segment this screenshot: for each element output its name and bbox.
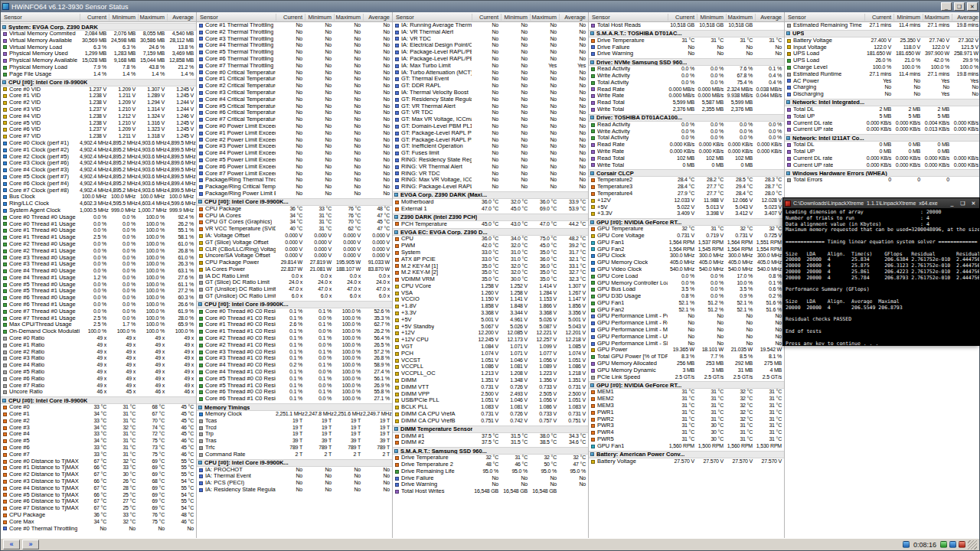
sensor-row[interactable]: DIMM VPP2.500 V2.493 V2.505 V2.500 V	[393, 391, 588, 398]
sensor-row[interactable]: VCCPLL_OC1.213 V1.208 V1.223 V1.218 V	[393, 370, 588, 377]
sensor-row[interactable]: Core #0 VID1.237 V1.209 V1.307 V1.245 V	[1, 86, 196, 93]
sensor-row[interactable]: IA DC Ratio Limit0.0 x0.0 x0.0 x0.0 x	[197, 273, 392, 280]
sensor-row[interactable]: GT: DDR RAPLNoNoNoNo	[393, 83, 588, 90]
sensor-row[interactable]: Core #3 Thread #0 C0 Residency0.1 %0.1 %…	[197, 349, 392, 356]
sensor-row[interactable]: Current UP rate0.000 KB/s0.000 KB/s0.000…	[785, 162, 979, 169]
console-titlebar[interactable]: C:\Downloads\LinpackXtreme_1.1.1\Linpack…	[783, 198, 979, 208]
sensor-row[interactable]: RING: Package-Level RAPL PL1NoNoNoNo	[393, 184, 588, 191]
sensor-row[interactable]: GPU Bus Load3.5 %0.0 %3.5 %0.6 %	[589, 286, 784, 293]
section-header[interactable]: Network: Intel I211AT Co...	[785, 134, 979, 142]
sensor-row[interactable]: Core #2 Thermal ThrottlingNoNoNoNo	[197, 29, 392, 36]
sensor-row[interactable]: Ring/LLC Clock4,602.3 MHz4,595.5 MHz4,60…	[1, 201, 196, 207]
sensor-row[interactable]: IA: Voltage Offset0.000 V0.000 V0.000 V0…	[197, 233, 392, 240]
sensor-row[interactable]: Total Activity0.0 %0.0 %75.4 %0.4 %	[589, 80, 784, 86]
sensor-row[interactable]: +1.8V1.858 V1.848 V1.866 V1.856 V	[393, 303, 588, 310]
sensor-row[interactable]: GT: Fuses limitNoNoNoNo	[393, 150, 588, 157]
sensor-row[interactable]: Core #6 Thread #1 C0 Residency0.1 %0.0 %…	[197, 396, 392, 403]
sensor-row[interactable]: PWR131 °C31 °C32 °C31 °C	[589, 409, 784, 416]
sensor-row[interactable]: Core #0 Thread #1 C0 Residency0.1 %0.0 %…	[197, 315, 392, 322]
sensor-row[interactable]: Temperature427.9 °C27.7 °C28.4 °C28.0 °C	[589, 191, 784, 197]
sensor-row[interactable]: Drive Remaining Life95.0 %95.0 %95.0 %95…	[393, 468, 588, 475]
sensor-row[interactable]: RING: Max VR Voltage, ICCma...NoNoNoNo	[393, 177, 588, 184]
sensor-row[interactable]: Core #5 Thread #0 Usage0.0 %0.0 %100.0 %…	[1, 282, 196, 289]
sensor-row[interactable]: CPU IA Cores34 °C31 °C76 °C47 °C	[197, 213, 392, 220]
sensor-row[interactable]: GT (Unslice) DC Ratio Limit47.0 x47.0 x4…	[197, 286, 392, 293]
section-header[interactable]: CPU [#0]: Intel Core i9-9900K	[1, 79, 196, 86]
sensor-row[interactable]: IA: Package-Level RAPL/PBM PL1NoNoNoNo	[393, 49, 588, 56]
sensor-row[interactable]: Core #0 Critical TemperatureNoNoNoNo	[197, 70, 392, 77]
sensor-row[interactable]: GT: Thermal EventNoNoNoNo	[393, 76, 588, 83]
section-header[interactable]: EVGA Corp. Z390 DARK (Maxi...	[393, 191, 588, 199]
sensor-row[interactable]: IA: Electrical Design Point/Oth...NoNoNo…	[393, 42, 588, 49]
sensor-row[interactable]: Core #2 Thread #1 C0 Residency0.1 %0.0 %…	[197, 342, 392, 349]
sensor-row[interactable]: Core #4 Thread #0 C0 Residency0.2 %0.1 %…	[197, 362, 392, 369]
sensor-row[interactable]: DischargingNoNoYesNo	[785, 91, 979, 98]
sensor-row[interactable]: Core #6 Thread #0 Usage0.0 %0.0 %100.0 %…	[1, 295, 196, 302]
sensor-row[interactable]: Estimated Runtime27.1 mins11.4 mins27.1 …	[785, 71, 979, 78]
sensor-row[interactable]: Core #1 Clock (perf #2)4,902.4 MHz4,895.…	[1, 147, 196, 154]
sensor-row[interactable]: Temperature328.4 °C27.7 °C29.4 °C28.7 °C	[589, 184, 784, 191]
sensor-row[interactable]: Write Total0 MB0 MB0 MB	[589, 162, 784, 169]
sensor-row[interactable]: Core #7 Critical TemperatureNoNoNoNo	[197, 116, 392, 123]
sensor-row[interactable]: M.2 KEY-M [2]35.0 °C32.0 °C35.0 °C32.7 °…	[393, 269, 588, 276]
sensor-row[interactable]: Drive FailureNoNoNoNo	[393, 475, 588, 482]
sensor-row[interactable]: System33.0 °C31.0 °C35.0 °C31.7 °C	[393, 249, 588, 256]
sensor-row[interactable]: IA: Running Average Thermal L...NoNoNoNo	[393, 22, 588, 29]
sensor-row[interactable]: System Agent Clock1,000.5 MHz999.0 MHz1,…	[1, 207, 196, 214]
section-header[interactable]: DIMM Temperature Sensor	[393, 425, 588, 433]
sensor-row[interactable]: UPS Load181.650 W181.650 W397.900 W258.9…	[785, 51, 979, 57]
window-titlebar[interactable]: HWiNFO64 v6.12-3930 Sensor Status _ ❏ ✕	[1, 1, 979, 12]
sensor-row[interactable]: Core #733 °C31 °C75 °C46 °C	[1, 452, 196, 458]
sensor-row[interactable]: DIMM VTT0.731 V0.726 V0.733 V0.731 V	[393, 384, 588, 391]
sensor-row[interactable]: IA: Turbo Attenuation (MCT)NoNoNoNo	[393, 70, 588, 77]
sensor-row[interactable]: Write Rate0.000 MB/s0.000 MB/s9.938 MB/s…	[589, 93, 784, 99]
sensor-row[interactable]: Core #7 Ratio49 x49 x49 x49 x	[1, 383, 196, 390]
sensor-row[interactable]: External 147.0 °C45.0 °C69.0 °C53.9 °C	[393, 206, 588, 213]
sensor-row[interactable]: Core #7 Clock (perf #8)4,902.4 MHz4,895.…	[1, 187, 196, 194]
maximize-button[interactable]: ❏	[954, 2, 965, 11]
sensor-row[interactable]: Core #7 Thread #0 Usage0.0 %0.0 %100.0 %…	[1, 308, 196, 315]
sensor-row[interactable]: GT (Slice) DC Ratio Limit24.0 x24.0 x24.…	[197, 279, 392, 286]
sensor-row[interactable]: Core #1 Thread #0 C0 Residency2.6 %0.1 %…	[197, 321, 392, 328]
sensor-row[interactable]: Core #633 °C31 °C73 °C45 °C	[1, 445, 196, 452]
sensor-row[interactable]: Core #033 °C31 °C68 °C45 °C	[1, 404, 196, 411]
sensor-row[interactable]: USB/PCIe PLL1.051 V1.046 V1.056 V1.051 V	[393, 397, 588, 404]
sensor-row[interactable]: Uncore/SA Voltage Offset0.000 V0.000 V0.…	[197, 253, 392, 259]
sensor-row[interactable]: CPU GT Cores (Graphics)34 °C31 °C70 °C45…	[197, 219, 392, 226]
section-header[interactable]: CPU [#0]: Intel Core i9-9900K...	[197, 301, 392, 308]
sensor-row[interactable]: Read Total5,599 MB5,587 MB5,599 MB	[589, 99, 784, 106]
section-header[interactable]: S.M.A.R.T.: TOSHIBA DT01AC...	[589, 30, 784, 37]
sensor-row[interactable]: Bus Clock100.0 MHz100.0 MHz100.0 MHz100.…	[1, 194, 196, 201]
sensor-row[interactable]: VCCIO1.150 V1.141 V1.153 V1.147 V	[393, 296, 588, 303]
sensor-row[interactable]: Core #1 Critical TemperatureNoNoNoNo	[197, 76, 392, 83]
sensor-row[interactable]: Core #2 Ratio49 x49 x49 x49 x	[1, 349, 196, 356]
sensor-row[interactable]: Physical Memory Load7.9 %7.8 %43.8 %21.2…	[1, 64, 196, 71]
sensor-row[interactable]: GPU Memory Controller Load0.0 %0.0 %10.0…	[589, 280, 784, 287]
sensor-row[interactable]: Core #6 Thread #1 Usage0.0 %0.0 %100.0 %…	[1, 302, 196, 308]
sensor-row[interactable]: Estimated Remaining Time27.1 mins11.4 mi…	[785, 22, 979, 29]
sensor-row[interactable]: PCH1.074 V1.071 V1.077 V1.074 V	[393, 350, 588, 357]
sensor-row[interactable]: Core #4 Thread #1 Usage1.2 %0.0 %100.0 %…	[1, 275, 196, 282]
sensor-row[interactable]: Core #534 °C31 °C75 °C46 °C	[1, 438, 196, 445]
sensor-settings-icon[interactable]	[949, 541, 956, 548]
sensor-row[interactable]: +3.3V3.368 V3.344 V3.368 V3.356 V	[393, 310, 588, 317]
sensor-row[interactable]: Read Activity0.0 %0.0 %7.6 %0.1 %	[589, 66, 784, 73]
sensor-row[interactable]: +12V12.200 V12.085 V12.221 V12.201 V	[393, 330, 588, 337]
sensor-row[interactable]: DIMM #137.5 °C31.5 °C38.0 °C34.3 °C	[393, 433, 588, 440]
sensor-row[interactable]: Drive Temperature 248 °C46 °C50 °C47 °C	[393, 461, 588, 468]
sensor-row[interactable]: RING: Residency State Regula...NoNoNoNo	[393, 157, 588, 164]
sensor-row[interactable]: Core #6 Thermal ThrottlingNoNoNoNo	[197, 56, 392, 63]
sensor-row[interactable]: IA: Thermal Velocity BoostNoNoNoNo	[393, 90, 588, 96]
sensor-row[interactable]: Drive Temperature31 °C31 °C31 °C31 °C	[589, 37, 784, 44]
sensor-row[interactable]: RING: VR Thermal AlertNoNoNoNo	[393, 164, 588, 171]
sensor-row[interactable]: GPU Performance Limit - SLI GPUBo...NoNo…	[589, 341, 784, 347]
sensor-row[interactable]: GT: Max VR Voltage, ICCmax...NoNoNoNo	[393, 116, 588, 123]
sensor-row[interactable]: Core #3 Thread #1 C0 Residency0.1 %0.0 %…	[197, 355, 392, 362]
sensor-row[interactable]: Core #1 Distance to TjMAX66 °C33 °C69 °C…	[1, 465, 196, 471]
sensor-row[interactable]: ChargingNoNoNoNo	[785, 84, 979, 91]
sensor-row[interactable]: Core #4 Thread #1 C0 Residency0.1 %0.0 %…	[197, 369, 392, 376]
section-header[interactable]: GPU [#0]: NVIDIA GeForce RT...	[589, 381, 784, 389]
sensor-row[interactable]: Core #5 Ratio49 x49 x49 x49 x	[1, 369, 196, 376]
section-header[interactable]: Network: Intel Integrated...	[785, 99, 979, 106]
section-header[interactable]: Drive: TOSHIBA DT01ACA100...	[589, 114, 784, 122]
